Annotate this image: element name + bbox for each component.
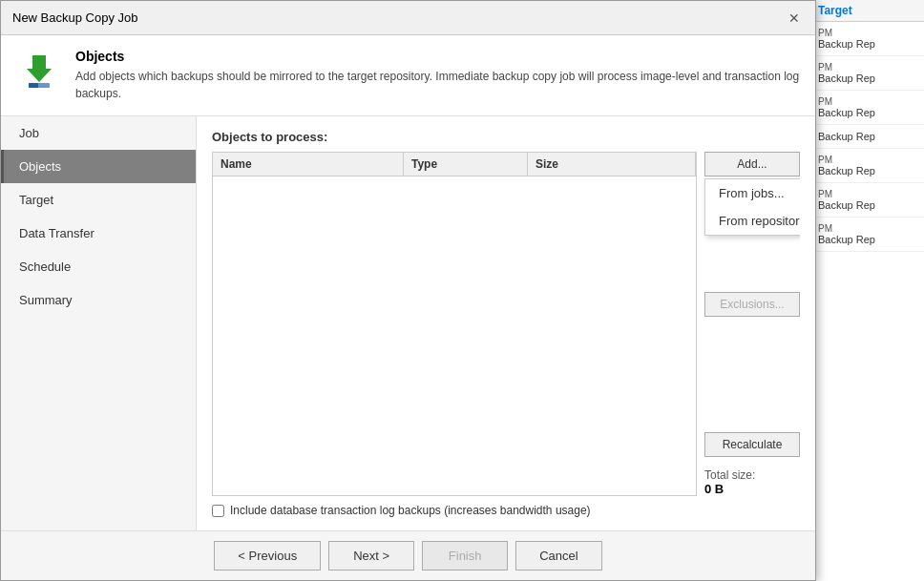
- dialog-body: Job Objects Target Data Transfer Schedul…: [1, 116, 815, 530]
- add-dropdown-menu: From jobs... From repositories...: [704, 178, 800, 236]
- objects-icon: [16, 49, 62, 94]
- sidebar: Job Objects Target Data Transfer Schedul…: [1, 116, 197, 530]
- bg-window-row: PM Backup Rep: [810, 149, 924, 183]
- total-size-label: Total size:: [704, 468, 800, 482]
- sidebar-item-target[interactable]: Target: [1, 183, 196, 217]
- total-size-value: 0 B: [704, 482, 800, 496]
- table-header: Name Type Size: [213, 153, 696, 176]
- bg-window: Target PM Backup Rep PM Backup Rep PM Ba…: [809, 0, 924, 581]
- sidebar-item-data-transfer[interactable]: Data Transfer: [1, 217, 196, 250]
- checkbox-label: Include database transaction log backups…: [230, 504, 591, 517]
- bg-window-row: PM Backup Rep: [810, 22, 924, 56]
- from-repositories-item[interactable]: From repositories...: [705, 207, 800, 235]
- sidebar-item-schedule[interactable]: Schedule: [1, 250, 196, 283]
- col-type: Type: [404, 153, 528, 176]
- cancel-button[interactable]: Cancel: [515, 541, 601, 571]
- total-size-container: Total size: 0 B: [704, 468, 800, 496]
- dialog-title: New Backup Copy Job: [12, 10, 138, 25]
- col-name: Name: [213, 153, 404, 176]
- finish-button[interactable]: Finish: [422, 541, 508, 571]
- bg-window-row: PM Backup Rep: [810, 183, 924, 218]
- transaction-log-checkbox[interactable]: [212, 505, 224, 517]
- dialog-footer: < Previous Next > Finish Cancel: [1, 530, 815, 580]
- table-body: [213, 176, 696, 495]
- add-button[interactable]: Add...: [704, 152, 800, 176]
- sidebar-item-summary[interactable]: Summary: [1, 283, 196, 317]
- title-bar: New Backup Copy Job ✕: [1, 1, 815, 35]
- bg-window-header: Target: [810, 0, 924, 22]
- main-dialog: New Backup Copy Job ✕ Objects Add object…: [0, 0, 816, 581]
- sidebar-item-job[interactable]: Job: [1, 116, 196, 150]
- bg-window-row: PM Backup Rep: [810, 56, 924, 91]
- section-title: Objects to process:: [212, 130, 800, 144]
- add-button-container: Add... From jobs... From repositories...: [704, 152, 800, 176]
- header-text: Objects Add objects which backups should…: [75, 49, 800, 102]
- objects-icon-svg: [19, 52, 59, 92]
- svg-rect-3: [29, 83, 38, 88]
- dialog-header: Objects Add objects which backups should…: [1, 35, 815, 116]
- objects-table: Name Type Size: [212, 152, 697, 496]
- checkbox-row: Include database transaction log backups…: [212, 504, 800, 517]
- bg-window-row: PM Backup Rep: [810, 218, 924, 252]
- sidebar-item-objects[interactable]: Objects: [1, 150, 196, 183]
- backdrop: Target PM Backup Rep PM Backup Rep PM Ba…: [0, 0, 924, 581]
- bg-window-row: PM Backup Rep: [810, 91, 924, 125]
- previous-button[interactable]: < Previous: [214, 541, 321, 571]
- recalculate-button[interactable]: Recalculate: [704, 432, 800, 457]
- bg-window-row: Backup Rep: [810, 125, 924, 149]
- header-title: Objects: [75, 49, 800, 64]
- next-button[interactable]: Next >: [328, 541, 414, 571]
- header-description: Add objects which backups should be mirr…: [75, 68, 800, 102]
- col-size: Size: [528, 153, 696, 176]
- from-jobs-item[interactable]: From jobs...: [705, 179, 800, 207]
- content-area: Objects to process: Name Type Size: [197, 116, 815, 530]
- exclusions-button[interactable]: Exclusions...: [704, 292, 800, 317]
- svg-marker-1: [27, 55, 52, 82]
- close-button[interactable]: ✕: [785, 9, 804, 28]
